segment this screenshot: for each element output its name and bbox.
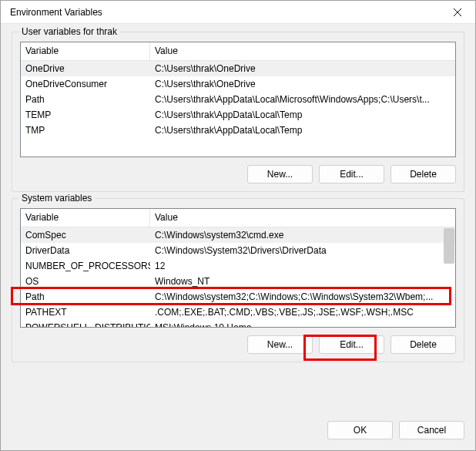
cell-variable: TMP xyxy=(21,123,150,137)
cell-variable: PATHEXT xyxy=(21,305,150,319)
header-value[interactable]: Value xyxy=(150,42,455,60)
user-group-label: User variables for thrak xyxy=(18,26,120,37)
header-variable[interactable]: Variable xyxy=(21,209,150,227)
close-button[interactable] xyxy=(440,1,475,24)
cancel-button[interactable]: Cancel xyxy=(399,421,464,439)
user-variables-list[interactable]: Variable Value OneDrive C:\Users\thrak\O… xyxy=(20,42,456,157)
cell-variable: ComSpec xyxy=(21,228,150,242)
sys-button-row: New... Edit... Delete xyxy=(20,335,456,354)
cell-value: C:\Users\thrak\AppData\Local\Temp xyxy=(150,108,455,122)
table-row[interactable]: OneDriveConsumer C:\Users\thrak\OneDrive xyxy=(21,76,455,92)
cell-variable: POWERSHELL_DISTRIBUTIO... xyxy=(21,321,150,328)
table-row[interactable]: NUMBER_OF_PROCESSORS 12 xyxy=(21,258,455,274)
table-row[interactable]: TMP C:\Users\thrak\AppData\Local\Temp xyxy=(21,123,455,138)
cell-value: C:\Users\thrak\AppData\Local\Temp xyxy=(150,123,455,137)
system-variables-group: System variables Variable Value ComSpec … xyxy=(12,198,464,362)
user-variables-group: User variables for thrak Variable Value … xyxy=(12,32,464,192)
cell-variable: OS xyxy=(21,274,150,288)
table-row[interactable]: DriverData C:\Windows\System32\Drivers\D… xyxy=(21,243,455,258)
user-button-row: New... Edit... Delete xyxy=(20,165,456,183)
table-row[interactable]: OS Windows_NT xyxy=(21,274,455,289)
cell-value: C:\Users\thrak\OneDrive xyxy=(150,77,455,91)
cell-variable: TEMP xyxy=(21,108,150,122)
edit-button[interactable]: Edit... xyxy=(319,335,384,354)
cell-value: .COM;.EXE;.BAT;.CMD;.VBS;.VBE;.JS;.JSE;.… xyxy=(150,305,455,319)
table-row[interactable]: OneDrive C:\Users\thrak\OneDrive xyxy=(21,61,455,76)
cell-value: C:\Users\thrak\AppData\Local\Microsoft\W… xyxy=(150,93,455,106)
content-area: User variables for thrak Variable Value … xyxy=(1,24,475,421)
delete-button[interactable]: Delete xyxy=(391,335,456,354)
table-row[interactable]: Path C:\Users\thrak\AppData\Local\Micros… xyxy=(21,92,455,107)
env-vars-dialog: Environment Variables User variables for… xyxy=(0,0,476,451)
cell-value: C:\Windows\System32\Drivers\DriverData xyxy=(150,244,455,257)
table-row[interactable]: PATHEXT .COM;.EXE;.BAT;.CMD;.VBS;.VBE;.J… xyxy=(21,305,455,320)
scrollbar-thumb[interactable] xyxy=(444,228,454,264)
cell-value: Windows_NT xyxy=(150,274,455,288)
table-row[interactable]: POWERSHELL_DISTRIBUTIO... MSI:Windows 10… xyxy=(21,320,455,328)
header-value[interactable]: Value xyxy=(150,209,455,227)
close-icon xyxy=(454,8,461,16)
cell-variable: Path xyxy=(21,93,150,106)
table-row[interactable]: ComSpec C:\Windows\system32\cmd.exe xyxy=(21,227,455,243)
cell-value: C:\Windows\system32\cmd.exe xyxy=(150,228,455,242)
cell-value: 12 xyxy=(150,259,455,273)
cell-variable: OneDrive xyxy=(21,62,150,76)
dialog-footer: OK Cancel xyxy=(1,421,475,450)
cell-variable: Path xyxy=(21,290,150,304)
list-header: Variable Value xyxy=(21,209,455,227)
new-button[interactable]: New... xyxy=(247,335,313,354)
delete-button[interactable]: Delete xyxy=(391,165,456,183)
cell-variable: DriverData xyxy=(21,244,150,257)
cell-variable: OneDriveConsumer xyxy=(21,77,150,91)
edit-button[interactable]: Edit... xyxy=(319,165,384,183)
list-header: Variable Value xyxy=(21,42,455,61)
table-row[interactable]: Path C:\Windows\system32;C:\Windows;C:\W… xyxy=(21,289,455,305)
sys-group-label: System variables xyxy=(18,193,95,204)
new-button[interactable]: New... xyxy=(247,165,313,183)
cell-value: C:\Users\thrak\OneDrive xyxy=(150,62,455,76)
cell-variable: NUMBER_OF_PROCESSORS xyxy=(21,259,150,273)
cell-value: C:\Windows\system32;C:\Windows;C:\Window… xyxy=(150,290,455,304)
header-variable[interactable]: Variable xyxy=(21,42,150,60)
window-title: Environment Variables xyxy=(10,7,102,18)
cell-value: MSI:Windows 10 Home xyxy=(150,321,455,328)
table-row[interactable]: TEMP C:\Users\thrak\AppData\Local\Temp xyxy=(21,107,455,123)
system-variables-list[interactable]: Variable Value ComSpec C:\Windows\system… xyxy=(20,208,456,328)
titlebar: Environment Variables xyxy=(1,1,475,24)
ok-button[interactable]: OK xyxy=(327,421,393,439)
